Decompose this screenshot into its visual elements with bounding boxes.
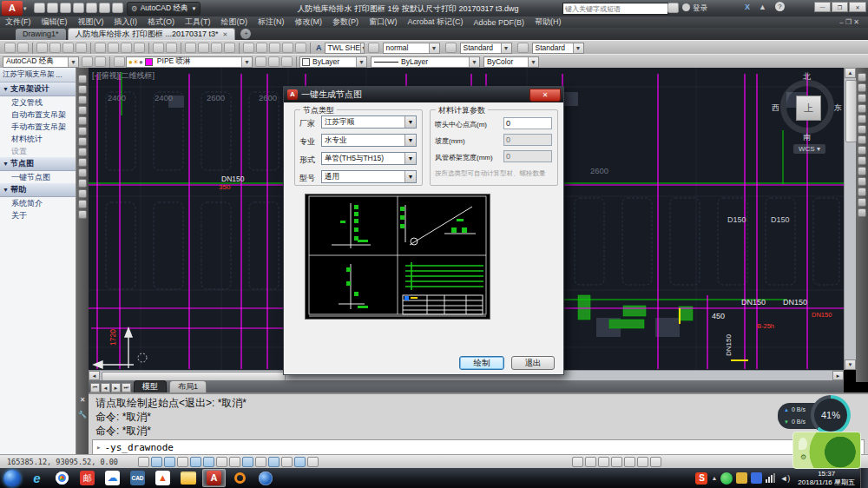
ime-state-icon[interactable] [751, 472, 762, 484]
text-style-combo[interactable]: TWL SHE▼ [325, 43, 365, 54]
vscroll-thumb[interactable] [845, 80, 857, 142]
hatch-tool-icon[interactable] [78, 127, 87, 135]
volume-icon[interactable]: ◄) [779, 474, 790, 483]
toolbar-icon[interactable] [268, 56, 279, 67]
toolbar-icon[interactable] [243, 43, 254, 53]
array-tool-icon[interactable] [858, 115, 866, 123]
gradient-tool-icon[interactable] [78, 179, 87, 188]
infer-button[interactable] [138, 457, 149, 467]
table-style-combo[interactable]: Standard▼ [532, 43, 584, 54]
model-tab[interactable]: 模型 [134, 380, 167, 392]
sidebar-item-define-pipes[interactable]: 定义管线 [0, 96, 76, 109]
toolbar-icon[interactable] [95, 56, 106, 67]
toolbar-icon[interactable] [256, 43, 267, 53]
slope-input[interactable] [503, 134, 552, 146]
erase-tool-icon[interactable] [858, 73, 866, 82]
table-style-icon[interactable] [517, 43, 529, 53]
plot-icon[interactable] [86, 3, 97, 13]
menu-draw[interactable]: 绘图(D) [216, 16, 253, 28]
vendor-combo[interactable]: 江苏宇顺▼ [321, 115, 417, 129]
tab-first-icon[interactable]: ⏮ [90, 383, 100, 392]
tab-prev-icon[interactable]: ◄ [101, 383, 110, 392]
tray-expand-icon[interactable]: ▲ [711, 475, 717, 481]
dim-style-combo[interactable]: Standard▼ [460, 43, 512, 54]
sidebar-item-auto-layout[interactable]: 自动布置支吊架 [0, 109, 76, 121]
menu-file[interactable]: 文件(F) [0, 16, 36, 28]
toolbar-icon[interactable] [269, 43, 280, 53]
close-command-icon[interactable]: ✕ [76, 396, 89, 404]
minimize-button[interactable]: — [814, 2, 831, 12]
menu-parametric[interactable]: 参数(P) [327, 16, 364, 28]
model-space-button[interactable] [572, 457, 583, 467]
toolbar-icon[interactable] [134, 43, 145, 53]
draw-button[interactable]: 绘制 [459, 356, 504, 370]
ellipse-tool-icon[interactable] [78, 137, 87, 146]
tab-close-icon[interactable]: ✕ [223, 31, 228, 38]
color-combo[interactable]: ByLayer▼ [299, 56, 367, 68]
start-button[interactable] [3, 470, 21, 487]
communication-icon[interactable]: ▲ [759, 3, 766, 11]
undo-icon[interactable] [99, 3, 110, 13]
command-window[interactable]: 请点取绘制起始点<退出>: *取消* 命令: *取消* 命令: *取消* ▸ -… [89, 392, 868, 454]
ie-icon[interactable]: e [26, 470, 48, 486]
mtext-tool-icon[interactable] [78, 210, 87, 219]
show-desktop-button[interactable] [860, 468, 868, 488]
discipline-combo[interactable]: 水专业▼ [321, 134, 417, 147]
dyn-button[interactable] [242, 457, 253, 467]
circle-tool-icon[interactable] [78, 96, 87, 104]
wcs-menu[interactable]: WCS ▾ [793, 144, 825, 154]
scroll-right-icon[interactable]: ► [832, 371, 844, 380]
grid-button[interactable] [164, 457, 175, 467]
layer-combo[interactable]: ● ☀ ● PIPE 喷淋▼ [126, 56, 253, 68]
workspace-combo[interactable]: AutoCAD 经典▼ [3, 56, 79, 68]
logo-caret-icon[interactable]: ▾ [23, 5, 27, 12]
memory-ball[interactable]: 41% [811, 395, 851, 435]
chrome-icon[interactable] [51, 470, 73, 486]
toolbar-icon[interactable] [17, 43, 29, 53]
toolbar-icon[interactable] [153, 43, 164, 53]
compass-west[interactable]: 西 [772, 102, 779, 114]
copy-tool-icon[interactable] [858, 83, 866, 92]
wrench-icon[interactable]: 🔧 [76, 411, 89, 419]
restore-button[interactable]: ❐ [832, 2, 848, 12]
annotation-scale-button[interactable] [611, 457, 622, 467]
workspace-switcher[interactable]: ⚙ AutoCAD 经典 ▼ [127, 2, 201, 16]
menu-format[interactable]: 格式(O) [142, 16, 180, 28]
toolbar-icon[interactable] [4, 43, 16, 53]
browser-globe-icon[interactable] [254, 470, 276, 486]
mdi-window-controls[interactable]: ‒ ❐ ✕ [834, 18, 865, 26]
move-tool-icon[interactable] [858, 125, 866, 134]
table-tool-icon[interactable] [78, 200, 87, 208]
vertical-scrollbar[interactable]: ▲ ▼ [844, 68, 856, 370]
explorer-folder-icon[interactable] [177, 470, 199, 486]
image-viewer-icon[interactable]: ▲ [152, 470, 174, 486]
region-tool-icon[interactable] [78, 189, 87, 198]
extend-tool-icon[interactable] [858, 177, 866, 186]
trim-tool-icon[interactable] [858, 167, 866, 175]
section-header-help[interactable]: ▼帮助 [0, 183, 76, 197]
toolbar-icon[interactable] [82, 56, 93, 67]
viewcube-top-face[interactable]: 上 [796, 96, 821, 121]
toolbar-icon[interactable] [282, 43, 293, 53]
sidebar-item-intro[interactable]: 系统简介 [0, 197, 76, 209]
menu-window[interactable]: 窗口(W) [364, 16, 403, 28]
menu-insert[interactable]: 插入(I) [109, 16, 143, 28]
exit-button[interactable]: 退出 [511, 356, 555, 370]
spline-tool-icon[interactable] [78, 148, 87, 156]
scroll-down-icon[interactable]: ▼ [845, 359, 856, 370]
toolbar-icon[interactable] [185, 43, 196, 53]
compass-north[interactable]: 北 [803, 71, 811, 82]
command-panel-grip[interactable]: ✕ 🔧 [76, 392, 89, 454]
clock[interactable]: 15:37 2018/11/16 星期五 [798, 470, 855, 487]
line-tool-icon[interactable] [78, 75, 87, 83]
new-tab-icon[interactable]: + [240, 29, 251, 39]
toolbar-icon[interactable] [108, 43, 119, 53]
tpy-button[interactable] [268, 457, 279, 467]
layer-states-icon[interactable] [114, 56, 125, 67]
toolbar-icon[interactable] [224, 43, 235, 53]
save-icon[interactable] [60, 3, 71, 13]
sc-button[interactable] [294, 457, 306, 467]
help-icon[interactable]: ? [775, 2, 785, 11]
close-button[interactable]: ✕ [849, 2, 866, 12]
signin-link[interactable]: 登录 [693, 3, 707, 14]
